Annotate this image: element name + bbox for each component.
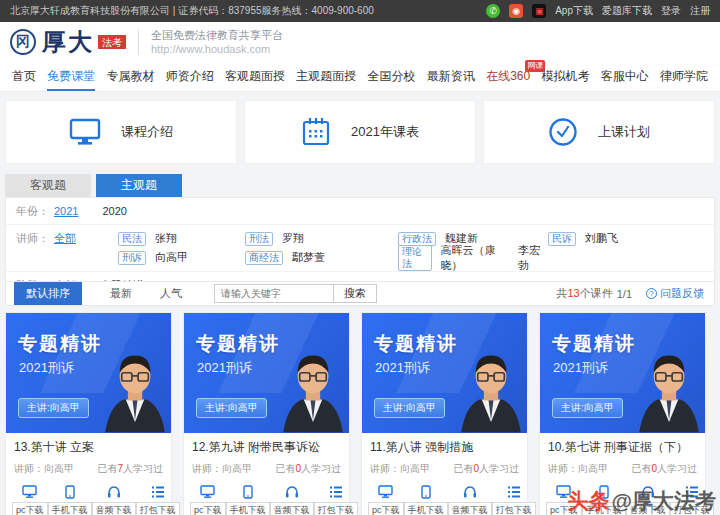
tab-subjective[interactable]: 主观题 (96, 174, 182, 197)
audio-download-button[interactable]: 音频下载 (626, 485, 670, 515)
headphone-icon (463, 485, 477, 499)
pc-icon (556, 485, 571, 499)
course-thumbnail[interactable]: 专题精讲 2021刑诉 主讲:向高甲 (362, 313, 527, 433)
nav-home[interactable]: 首页 (12, 62, 36, 91)
timetable-card[interactable]: 2021年课表 (244, 100, 476, 164)
search-input[interactable] (214, 284, 334, 303)
course-title[interactable]: 13.第十讲 立案 (14, 439, 163, 456)
tab-objective[interactable]: 客观题 (5, 174, 91, 197)
class-plan-card[interactable]: 上课计划 (483, 100, 715, 164)
teacher-lihongbo[interactable]: 李宏勃 (518, 243, 546, 273)
teacher-gaohuiyun[interactable]: 高晖云（康晓） (441, 243, 506, 273)
learn-prefix: 已有 (631, 463, 651, 474)
teacher-name: 向高甲 (222, 463, 252, 474)
pc-download-button[interactable]: pc下载 (190, 485, 226, 515)
course-intro-card[interactable]: 课程介绍 (5, 100, 237, 164)
audio-download-button[interactable]: 音频下载 (92, 485, 136, 515)
audio-download-label: 音频下载 (270, 502, 314, 515)
mobile-download-label: 手机下载 (226, 502, 270, 515)
main-nav: 首页 免费课堂 专属教材 师资介绍 客观题面授 主观题面授 全国分校 最新资讯 … (0, 62, 720, 92)
phone-icon (599, 485, 609, 499)
package-download-button[interactable]: 打包下载 (136, 485, 180, 515)
subject-tag-theory-law[interactable]: 理论法 (398, 245, 432, 271)
mobile-download-button[interactable]: 手机下载 (226, 485, 270, 515)
audio-download-button[interactable]: 音频下载 (270, 485, 314, 515)
phone-icon (243, 485, 253, 499)
logo-icon[interactable]: 冈 (10, 29, 36, 55)
pc-download-button[interactable]: pc下载 (12, 485, 48, 515)
nav-branches[interactable]: 全国分校 (368, 62, 416, 91)
subject-tag-criminal-procedure[interactable]: 刑诉 (118, 251, 146, 265)
course-thumbnail[interactable]: 专题精讲 2021刑诉 主讲:向高甲 (540, 313, 705, 433)
subject-tag-criminal-law[interactable]: 刑法 (245, 232, 273, 246)
toutiao-icon[interactable]: ▣ (532, 4, 546, 18)
nav-online360[interactable]: 在线360 网课 (486, 62, 530, 91)
sort-newest-button[interactable]: 最新 (110, 286, 132, 301)
course-title[interactable]: 12.第九讲 附带民事诉讼 (192, 439, 341, 456)
quick-label-course-intro: 课程介绍 (121, 123, 173, 141)
headphone-icon (107, 485, 121, 499)
teacher-liupengfei[interactable]: 刘鹏飞 (585, 231, 618, 246)
package-download-button[interactable]: 打包下载 (314, 485, 358, 515)
nav-news[interactable]: 最新资讯 (427, 62, 475, 91)
tiku-download-link[interactable]: 爱题库下载 (602, 4, 652, 18)
nav-lawyer-school[interactable]: 律师学院 (660, 62, 708, 91)
learn-suffix: 人学习过 (657, 463, 697, 474)
clock-icon (548, 117, 578, 147)
teacher-option-all[interactable]: 全部 (54, 229, 94, 247)
course-card-4[interactable]: 专题精讲 2021刑诉 主讲:向高甲 10.第七讲 刑事证据（下） 讲师：向 (539, 312, 706, 515)
package-download-button[interactable]: 打包下载 (670, 485, 714, 515)
calendar-icon (301, 117, 331, 147)
mobile-download-button[interactable]: 手机下载 (582, 485, 626, 515)
login-link[interactable]: 登录 (661, 4, 681, 18)
nav-service[interactable]: 客服中心 (601, 62, 649, 91)
mobile-download-label: 手机下载 (582, 502, 626, 515)
feedback-link[interactable]: ? 问题反馈 (646, 286, 704, 301)
pc-download-label: pc下载 (368, 502, 404, 515)
package-download-label: 打包下载 (314, 502, 358, 515)
year-option-2020[interactable]: 2020 (102, 202, 126, 220)
mobile-download-button[interactable]: 手机下载 (404, 485, 448, 515)
nav-free-class[interactable]: 免费课堂 (47, 62, 95, 91)
weibo-icon[interactable]: ◉ (509, 4, 523, 18)
teacher-yanmengxuan[interactable]: 鄢梦萱 (292, 250, 325, 265)
pc-download-button[interactable]: pc下载 (368, 485, 404, 515)
course-card-3[interactable]: 专题精讲 2021刑诉 主讲:向高甲 11.第八讲 强制措施 讲师：向高甲 (361, 312, 528, 515)
course-teacher: 讲师：向高甲 (548, 462, 608, 476)
nav-teachers[interactable]: 师资介绍 (166, 62, 214, 91)
search-group: 搜索 (214, 284, 377, 303)
nav-mock-exam[interactable]: 模拟机考 (541, 62, 589, 91)
pc-download-button[interactable]: pc下载 (546, 485, 582, 515)
teacher-name: 向高甲 (400, 463, 430, 474)
audio-download-button[interactable]: 音频下载 (448, 485, 492, 515)
mobile-download-button[interactable]: 手机下载 (48, 485, 92, 515)
teacher-luoxiang[interactable]: 罗翔 (282, 231, 304, 246)
subject-tag-civil-law[interactable]: 民法 (118, 232, 146, 246)
learn-prefix: 已有 (453, 463, 473, 474)
logo-text[interactable]: 厚大 (42, 26, 94, 58)
teacher-xianggaojia[interactable]: 向高甲 (155, 250, 188, 265)
sort-default-button[interactable]: 默认排序 (14, 282, 82, 305)
course-thumbnail[interactable]: 专题精讲 2021刑诉 主讲:向高甲 (184, 313, 349, 433)
course-thumbnail[interactable]: 专题精讲 2021刑诉 主讲:向高甲 (6, 313, 171, 433)
app-download-link[interactable]: App下载 (555, 4, 593, 18)
teacher-zhangxiang[interactable]: 张翔 (155, 231, 177, 246)
mobile-download-label: 手机下载 (404, 502, 448, 515)
nav-subjective-course[interactable]: 主观题面授 (296, 62, 356, 91)
sort-popular-button[interactable]: 人气 (160, 286, 182, 301)
year-option-2021[interactable]: 2021 (54, 202, 78, 220)
teacher-label: 讲师： (192, 463, 222, 474)
course-title[interactable]: 11.第八讲 强制措施 (370, 439, 519, 456)
course-title[interactable]: 10.第七讲 刑事证据（下） (548, 439, 697, 456)
nav-objective-course[interactable]: 客观题面授 (225, 62, 285, 91)
package-download-button[interactable]: 打包下载 (492, 485, 536, 515)
wechat-icon[interactable]: ✆ (486, 4, 500, 18)
nav-textbooks[interactable]: 专属教材 (107, 62, 155, 91)
course-card-1[interactable]: 专题精讲 2021刑诉 主讲:向高甲 13.第十讲 立案 讲师：向高甲 (5, 312, 172, 515)
subject-tag-commercial-law[interactable]: 商经法 (245, 251, 283, 265)
course-card-2[interactable]: 专题精讲 2021刑诉 主讲:向高甲 12.第九讲 附带民事诉讼 讲师：向高 (183, 312, 350, 515)
register-link[interactable]: 注册 (690, 4, 710, 18)
search-button[interactable]: 搜索 (334, 284, 377, 303)
feedback-label: 问题反馈 (660, 286, 704, 301)
teacher-name: 向高甲 (578, 463, 608, 474)
